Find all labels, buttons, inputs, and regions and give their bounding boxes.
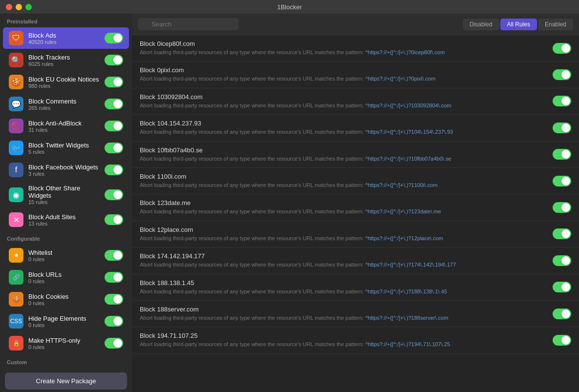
rule-title: Block 12place.com bbox=[140, 226, 547, 233]
rule-toggle[interactable] bbox=[553, 176, 571, 186]
rule-pattern: ^https?://+([^:/]+\.)?12place\.com bbox=[365, 235, 443, 241]
rule-toggle[interactable] bbox=[553, 202, 571, 213]
toggle-block-twitter[interactable] bbox=[105, 143, 123, 153]
toggle-block-eu-cookie[interactable] bbox=[105, 77, 123, 87]
item-icon-whitelist: ★ bbox=[9, 248, 23, 263]
toggle-block-trackers[interactable] bbox=[105, 55, 123, 65]
sidebar-item-block-twitter[interactable]: 🐦 Block Twitter Widgets 5 rules bbox=[3, 137, 129, 159]
sidebar-item-hide-elements[interactable]: CSS Hide Page Elements 0 rules bbox=[3, 310, 129, 332]
item-rules-block-cookies: 0 rules bbox=[28, 300, 100, 306]
sidebar-item-whitelist[interactable]: ★ Whitelist 0 rules bbox=[3, 245, 129, 266]
item-rules-whitelist: 0 rules bbox=[28, 256, 100, 262]
minimize-button[interactable] bbox=[16, 4, 22, 10]
toggle-block-share[interactable] bbox=[105, 189, 123, 200]
item-icon-block-ads: 🛡 bbox=[9, 31, 23, 45]
item-rules-block-ads: 40520 rules bbox=[28, 39, 100, 45]
rule-toggle[interactable] bbox=[553, 309, 571, 319]
sidebar-item-block-facebook[interactable]: f Block Facebook Widgets 3 rules bbox=[3, 159, 129, 181]
item-name-block-ads: Block Ads bbox=[28, 32, 100, 39]
rule-toggle[interactable] bbox=[553, 282, 571, 292]
sidebar: Preinstalled 🛡 Block Ads 40520 rules 🔍 B… bbox=[0, 14, 132, 392]
rule-toggle[interactable] bbox=[553, 69, 571, 80]
rule-pattern: ^https?://+([^:/]+\.)?104\.154\.237\.93 bbox=[365, 129, 453, 135]
sidebar-item-block-eu-cookie[interactable]: 🍪 Block EU Cookie Notices 980 rules bbox=[3, 71, 129, 93]
rule-text: Block 0pixl.com Abort loading third-part… bbox=[140, 66, 547, 83]
toggle-block-comments[interactable] bbox=[105, 99, 123, 109]
item-icon-block-share: ◉ bbox=[9, 187, 23, 202]
rule-toggle[interactable] bbox=[553, 43, 571, 54]
item-icon-block-anti-adblock: 🚫 bbox=[9, 119, 23, 133]
toggle-block-cookies[interactable] bbox=[105, 294, 123, 305]
rule-toggle[interactable] bbox=[553, 335, 571, 346]
item-name-whitelist: Whitelist bbox=[28, 249, 100, 256]
rule-pattern: ^https?://+([^:/]+\.)?103092804\.com bbox=[365, 103, 451, 108]
rule-toggle[interactable] bbox=[553, 96, 571, 106]
filter-enabled-button[interactable]: Enabled bbox=[538, 19, 573, 30]
sidebar-item-block-anti-adblock[interactable]: 🚫 Block Anti-AdBlock 31 rules bbox=[3, 115, 129, 137]
item-name-block-trackers: Block Trackers bbox=[28, 54, 100, 61]
rule-title: Block 0pixl.com bbox=[140, 66, 547, 74]
item-text-block-share: Block Other Share Widgets 15 rules bbox=[28, 185, 100, 205]
rule-pattern: ^https?://+([^:/]+\.)?1100i\.com bbox=[365, 182, 437, 188]
configurable-section-label: Configurable bbox=[0, 231, 132, 244]
create-package-button[interactable]: Create New Package bbox=[5, 372, 127, 390]
rule-desc: Abort loading third-party resources of a… bbox=[140, 75, 547, 83]
rule-title: Block 188.138.1.45 bbox=[140, 279, 547, 287]
rule-text: Block 123date.me Abort loading third-par… bbox=[140, 199, 547, 215]
app-title: 1Blocker bbox=[277, 3, 302, 11]
sidebar-item-block-trackers[interactable]: 🔍 Block Trackers 6025 rules bbox=[3, 49, 129, 71]
custom-section-label: Custom bbox=[0, 354, 132, 368]
rule-desc: Abort loading third-party resources of a… bbox=[140, 314, 547, 322]
sidebar-item-block-ads[interactable]: 🛡 Block Ads 40520 rules bbox=[3, 27, 129, 49]
sidebar-item-block-share[interactable]: ◉ Block Other Share Widgets 15 rules bbox=[3, 181, 129, 208]
rule-pattern: ^https?://+([^:/]+\.)?194\.71\.107\.25 bbox=[365, 341, 450, 347]
toggle-make-https[interactable] bbox=[105, 338, 123, 349]
toggle-block-adult[interactable] bbox=[105, 214, 123, 225]
rule-title: Block 10fbb07a4b0.se bbox=[140, 146, 547, 154]
sidebar-item-block-adult[interactable]: ✕ Block Adult Sites 13 rules bbox=[3, 209, 129, 230]
rule-pattern: ^https?://+([^:/]+\.)?123date\.me bbox=[365, 208, 441, 214]
title-bar: 1Blocker bbox=[0, 0, 579, 14]
rule-title: Block 188server.com bbox=[140, 306, 547, 313]
toggle-block-urls[interactable] bbox=[105, 272, 123, 283]
filter-disabled-button[interactable]: Disabled bbox=[463, 19, 499, 30]
rule-title: Block 104.154.237.93 bbox=[140, 120, 547, 127]
rule-toggle[interactable] bbox=[553, 123, 571, 133]
toggle-block-facebook[interactable] bbox=[105, 165, 123, 175]
item-text-block-adult: Block Adult Sites 13 rules bbox=[28, 213, 100, 227]
item-icon-block-facebook: f bbox=[9, 163, 23, 177]
rule-title: Block 1100i.com bbox=[140, 173, 547, 180]
rule-item: Block 0pixl.com Abort loading third-part… bbox=[132, 62, 579, 88]
toggle-block-anti-adblock[interactable] bbox=[105, 121, 123, 131]
rule-toggle[interactable] bbox=[553, 228, 571, 239]
toggle-block-ads[interactable] bbox=[105, 33, 123, 43]
toggle-hide-elements[interactable] bbox=[105, 316, 123, 327]
sidebar-item-block-cookies[interactable]: 🍪 Block Cookies 0 rules bbox=[3, 289, 129, 310]
rule-text: Block 188server.com Abort loading third-… bbox=[140, 306, 547, 322]
rule-pattern: ^https?://+([^:/]+\.)?174\.142\.194\.177 bbox=[365, 262, 456, 268]
item-text-block-eu-cookie: Block EU Cookie Notices 980 rules bbox=[28, 76, 100, 89]
item-rules-block-comments: 265 rules bbox=[28, 105, 100, 111]
rule-toggle[interactable] bbox=[553, 255, 571, 266]
item-icon-block-adult: ✕ bbox=[9, 212, 23, 227]
rule-text: Block 174.142.194.177 Abort loading thir… bbox=[140, 252, 547, 268]
close-button[interactable] bbox=[6, 4, 12, 10]
sidebar-item-block-urls[interactable]: 🔗 Block URLs 0 rules bbox=[3, 267, 129, 288]
item-name-block-urls: Block URLs bbox=[28, 271, 100, 278]
rule-desc: Abort loading third-party resources of a… bbox=[140, 182, 547, 189]
rule-desc: Abort loading third-party resources of a… bbox=[140, 155, 547, 163]
filter-all-rules-button[interactable]: All Rules bbox=[500, 19, 537, 30]
maximize-button[interactable] bbox=[25, 4, 32, 10]
item-icon-block-cookies: 🍪 bbox=[9, 292, 23, 307]
item-name-block-anti-adblock: Block Anti-AdBlock bbox=[28, 120, 100, 127]
sidebar-item-block-comments[interactable]: 💬 Block Comments 265 rules bbox=[3, 93, 129, 115]
item-icon-block-urls: 🔗 bbox=[9, 270, 23, 285]
toggle-whitelist[interactable] bbox=[105, 250, 123, 261]
search-input[interactable] bbox=[138, 18, 238, 30]
item-name-block-comments: Block Comments bbox=[28, 98, 100, 105]
rule-toggle[interactable] bbox=[553, 149, 571, 160]
preinstalled-section-label: Preinstalled bbox=[0, 14, 132, 27]
title-bar-buttons bbox=[6, 4, 32, 10]
rule-desc: Abort loading third-party resources of a… bbox=[140, 261, 547, 268]
sidebar-item-make-https[interactable]: 🔒 Make HTTPS-only 0 rules bbox=[3, 332, 129, 354]
